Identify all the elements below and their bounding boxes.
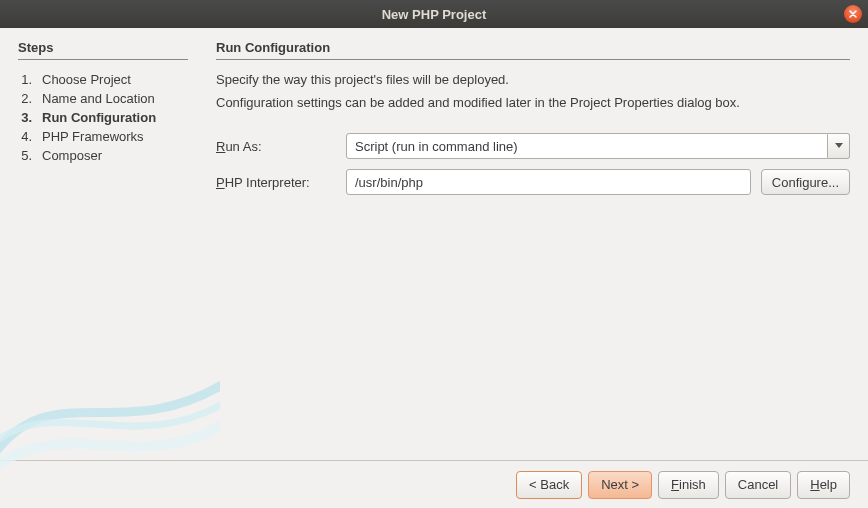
steps-heading: Steps: [18, 40, 188, 60]
configure-button[interactable]: Configure...: [761, 169, 850, 195]
finish-button[interactable]: Finish: [658, 471, 719, 499]
wizard-sidebar: Steps 1. Choose Project 2. Name and Loca…: [18, 40, 188, 460]
description-line-1: Specify the way this project's files wil…: [216, 70, 850, 90]
steps-list: 1. Choose Project 2. Name and Location 3…: [18, 70, 188, 165]
step-item: 4. PHP Frameworks: [18, 127, 188, 146]
form: Run As: Script (run in command line) PHP…: [216, 133, 850, 195]
step-item: 1. Choose Project: [18, 70, 188, 89]
description-line-2: Configuration settings can be added and …: [216, 93, 850, 113]
decorative-wave: [0, 350, 220, 470]
step-item: 5. Composer: [18, 146, 188, 165]
window-title: New PHP Project: [382, 7, 487, 22]
main-panel: Run Configuration Specify the way this p…: [216, 40, 850, 460]
php-interpreter-input[interactable]: [346, 169, 751, 195]
main-heading: Run Configuration: [216, 40, 850, 60]
titlebar: New PHP Project: [0, 0, 868, 28]
close-button[interactable]: [844, 5, 862, 23]
next-button[interactable]: Next >: [588, 471, 652, 499]
step-item-active: 3. Run Configuration: [18, 108, 188, 127]
run-as-dropdown-button[interactable]: [828, 133, 850, 159]
step-item: 2. Name and Location: [18, 89, 188, 108]
close-icon: [849, 10, 857, 18]
back-button[interactable]: < Back: [516, 471, 582, 499]
run-as-select[interactable]: Script (run in command line): [346, 133, 828, 159]
chevron-down-icon: [835, 143, 843, 149]
help-button[interactable]: Help: [797, 471, 850, 499]
run-as-label: Run As:: [216, 139, 336, 154]
php-interpreter-label: PHP Interpreter:: [216, 175, 336, 190]
footer: < Back Next > Finish Cancel Help: [0, 460, 868, 508]
cancel-button[interactable]: Cancel: [725, 471, 791, 499]
